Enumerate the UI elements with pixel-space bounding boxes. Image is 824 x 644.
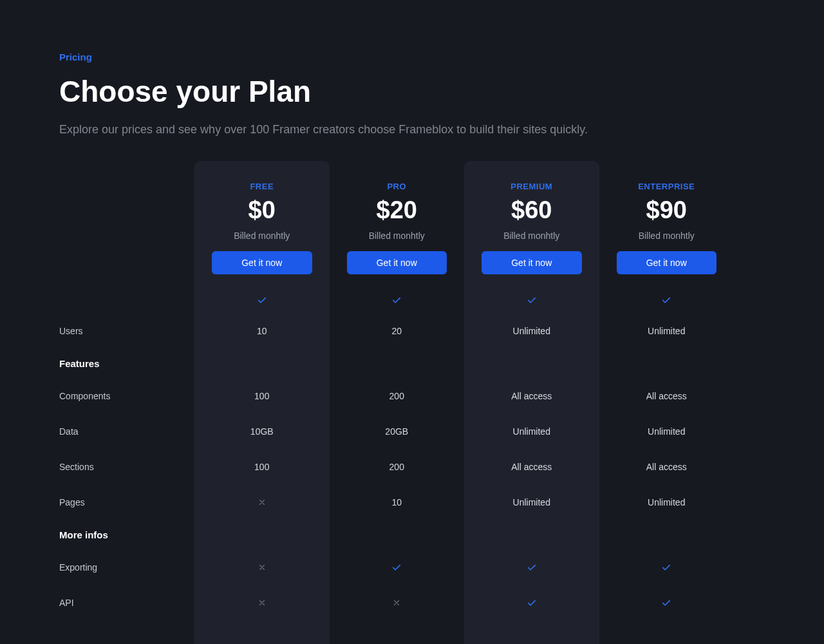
section-heading-spacer bbox=[194, 520, 330, 549]
feature-value: Unlimited bbox=[599, 313, 735, 348]
feature-value: All access bbox=[464, 449, 599, 484]
feature-label: Pages bbox=[59, 484, 194, 520]
section-heading: Features bbox=[59, 348, 194, 378]
plan-price: $20 bbox=[347, 196, 447, 224]
feature-value bbox=[194, 549, 330, 585]
plan-name: ENTERPRISE bbox=[617, 182, 717, 191]
cross-icon bbox=[256, 496, 268, 509]
table-padding bbox=[464, 620, 599, 644]
section-heading-spacer bbox=[464, 520, 599, 549]
section-heading-spacer bbox=[599, 520, 735, 549]
check-icon bbox=[660, 596, 673, 609]
feature-value bbox=[599, 585, 735, 620]
plan-price: $0 bbox=[212, 196, 312, 224]
feature-value: 100 bbox=[194, 378, 330, 413]
plan-header-free: FREE$0Billed monhtlyGet it now bbox=[194, 161, 330, 274]
check-icon bbox=[390, 294, 403, 307]
plan-name: PRO bbox=[347, 182, 447, 191]
check-icon bbox=[660, 561, 673, 574]
cross-icon bbox=[256, 561, 268, 574]
feature-value: 200 bbox=[330, 378, 465, 413]
section-heading-spacer bbox=[599, 348, 735, 378]
check-icon bbox=[390, 561, 403, 574]
section-heading: More infos bbox=[59, 520, 194, 549]
feature-value: 10GB bbox=[194, 413, 330, 449]
feature-value: 100 bbox=[194, 449, 330, 484]
feature-label: API bbox=[59, 585, 194, 620]
plan-billing: Billed monhtly bbox=[347, 231, 447, 241]
feature-label: Users bbox=[59, 313, 194, 348]
feature-value: 10 bbox=[194, 313, 330, 348]
table-corner bbox=[59, 161, 194, 274]
plan-billing: Billed monhtly bbox=[482, 231, 582, 241]
feature-value bbox=[599, 274, 735, 313]
feature-value bbox=[194, 585, 330, 620]
table-padding bbox=[194, 620, 330, 644]
feature-label: Components bbox=[59, 378, 194, 413]
feature-value bbox=[464, 585, 599, 620]
feature-label: Exporting bbox=[59, 549, 194, 585]
plan-billing: Billed monhtly bbox=[212, 231, 312, 241]
table-padding bbox=[330, 620, 465, 644]
feature-value: All access bbox=[599, 449, 735, 484]
check-icon bbox=[525, 561, 538, 574]
feature-value: Unlimited bbox=[464, 413, 599, 449]
feature-value: All access bbox=[599, 378, 735, 413]
cross-icon bbox=[256, 596, 268, 609]
feature-value: 200 bbox=[330, 449, 465, 484]
plan-cta-button[interactable]: Get it now bbox=[212, 251, 312, 274]
feature-value bbox=[464, 274, 599, 313]
feature-value: 10 bbox=[330, 484, 465, 520]
feature-value: All access bbox=[464, 378, 599, 413]
cross-icon bbox=[390, 596, 403, 609]
plan-header-enterprise: ENTERPRISE$90Billed monhtlyGet it now bbox=[599, 161, 735, 274]
eyebrow: Pricing bbox=[59, 52, 765, 62]
feature-value bbox=[330, 585, 465, 620]
feature-value: 20GB bbox=[330, 413, 465, 449]
feature-value bbox=[194, 484, 330, 520]
feature-label: Sections bbox=[59, 449, 194, 484]
check-icon bbox=[525, 294, 538, 307]
feature-value bbox=[464, 549, 599, 585]
check-icon bbox=[660, 294, 673, 307]
plan-header-pro: PRO$20Billed monhtlyGet it now bbox=[330, 161, 465, 274]
section-heading-spacer bbox=[464, 348, 599, 378]
plan-cta-button[interactable]: Get it now bbox=[347, 251, 447, 274]
plan-price: $90 bbox=[617, 196, 717, 224]
plan-price: $60 bbox=[482, 196, 582, 224]
feature-label: Data bbox=[59, 413, 194, 449]
table-padding bbox=[599, 620, 735, 644]
check-icon bbox=[525, 596, 538, 609]
feature-value: Unlimited bbox=[464, 484, 599, 520]
check-icon bbox=[256, 294, 268, 307]
plan-name: PREMIUM bbox=[482, 182, 582, 191]
plan-name: FREE bbox=[212, 182, 312, 191]
section-heading-spacer bbox=[194, 348, 330, 378]
plan-cta-button[interactable]: Get it now bbox=[482, 251, 582, 274]
table-padding bbox=[59, 620, 194, 644]
section-heading-spacer bbox=[330, 348, 465, 378]
pricing-table: FREE$0Billed monhtlyGet it nowPRO$20Bill… bbox=[59, 161, 765, 644]
section-heading-spacer bbox=[330, 520, 465, 549]
plan-cta-button[interactable]: Get it now bbox=[617, 251, 717, 274]
feature-value bbox=[599, 549, 735, 585]
feature-value: 20 bbox=[330, 313, 465, 348]
plan-billing: Billed monhtly bbox=[617, 231, 717, 241]
feature-value: Unlimited bbox=[599, 484, 735, 520]
page-title: Choose your Plan bbox=[59, 74, 765, 109]
feature-value bbox=[330, 549, 465, 585]
feature-value: Unlimited bbox=[599, 413, 735, 449]
feature-value bbox=[330, 274, 465, 313]
feature-value: Unlimited bbox=[464, 313, 599, 348]
plan-header-premium: PREMIUM$60Billed monhtlyGet it now bbox=[464, 161, 599, 274]
feature-label bbox=[59, 274, 194, 313]
feature-value bbox=[194, 274, 330, 313]
page-subtitle: Explore our prices and see why over 100 … bbox=[59, 123, 765, 137]
